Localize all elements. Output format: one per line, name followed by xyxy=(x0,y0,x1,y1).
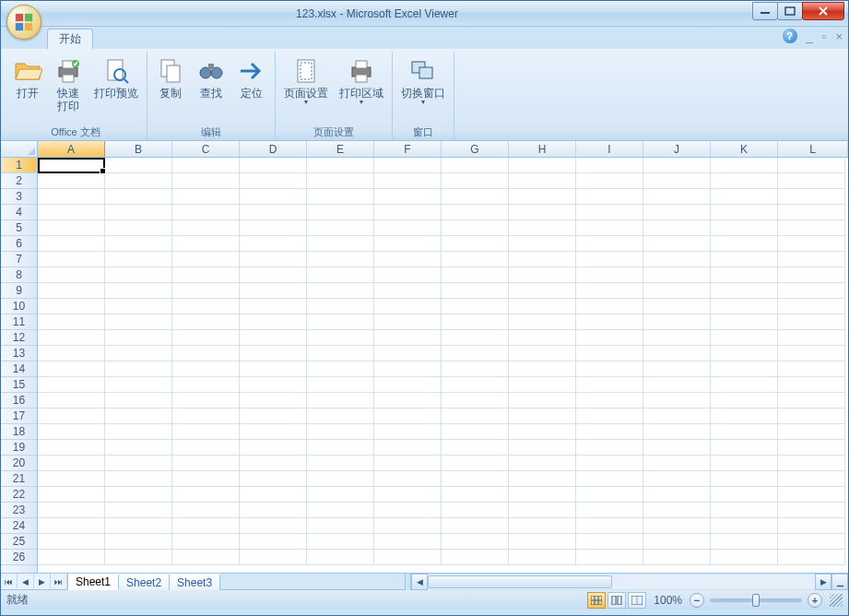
cell[interactable] xyxy=(711,424,778,440)
cell[interactable] xyxy=(442,236,509,252)
cell[interactable] xyxy=(509,158,576,173)
print-preview-button[interactable]: 打印预览 xyxy=(89,53,143,102)
cell[interactable] xyxy=(374,283,442,299)
cell[interactable] xyxy=(509,393,576,409)
cell[interactable] xyxy=(509,487,576,503)
cell[interactable] xyxy=(172,158,240,173)
cell[interactable] xyxy=(307,377,374,393)
cell[interactable] xyxy=(442,330,509,346)
cell[interactable] xyxy=(240,534,307,550)
cell[interactable] xyxy=(38,189,105,205)
cell[interactable] xyxy=(576,314,643,330)
cell[interactable] xyxy=(240,440,307,456)
row-header-23[interactable]: 23 xyxy=(1,503,37,518)
ribbon-close-icon[interactable]: × xyxy=(835,30,843,43)
cell[interactable] xyxy=(576,361,643,377)
cell[interactable] xyxy=(643,346,711,361)
cell[interactable] xyxy=(307,534,374,550)
cell[interactable] xyxy=(778,534,845,550)
cell[interactable] xyxy=(105,409,172,424)
cell[interactable] xyxy=(778,330,845,346)
cell[interactable] xyxy=(374,330,442,346)
cell[interactable] xyxy=(374,409,442,424)
cell-area[interactable] xyxy=(38,158,848,573)
row-header-3[interactable]: 3 xyxy=(1,189,37,205)
cell[interactable] xyxy=(374,189,442,205)
cell[interactable] xyxy=(105,236,172,252)
cell[interactable] xyxy=(711,361,778,377)
cell[interactable] xyxy=(442,205,509,220)
row-header-25[interactable]: 25 xyxy=(1,534,37,550)
cell[interactable] xyxy=(778,393,845,409)
cell[interactable] xyxy=(172,314,240,330)
cell[interactable] xyxy=(374,503,442,518)
cell[interactable] xyxy=(38,393,105,409)
cell[interactable] xyxy=(374,393,442,409)
cell[interactable] xyxy=(643,440,711,456)
cell[interactable] xyxy=(711,314,778,330)
cell[interactable] xyxy=(643,252,711,267)
cell[interactable] xyxy=(240,189,307,205)
column-header-H[interactable]: H xyxy=(509,141,576,157)
cell[interactable] xyxy=(778,220,845,236)
help-button[interactable]: ? xyxy=(783,29,797,43)
cell[interactable] xyxy=(307,487,374,503)
cell[interactable] xyxy=(576,283,643,299)
cell[interactable] xyxy=(576,456,643,471)
cell[interactable] xyxy=(172,518,240,534)
cell[interactable] xyxy=(643,189,711,205)
normal-view-button[interactable] xyxy=(587,592,606,609)
cell[interactable] xyxy=(374,518,442,534)
row-header-26[interactable]: 26 xyxy=(1,550,37,565)
cell[interactable] xyxy=(374,361,442,377)
cell[interactable] xyxy=(643,158,711,173)
sheet-tab-sheet2[interactable]: Sheet2 xyxy=(119,575,170,590)
cell[interactable] xyxy=(711,189,778,205)
cell[interactable] xyxy=(576,409,643,424)
cell[interactable] xyxy=(240,471,307,487)
first-sheet-button[interactable]: ⏮ xyxy=(1,574,18,590)
cell[interactable] xyxy=(38,534,105,550)
cell[interactable] xyxy=(105,393,172,409)
cell[interactable] xyxy=(643,377,711,393)
cell[interactable] xyxy=(643,393,711,409)
cell[interactable] xyxy=(711,205,778,220)
cell[interactable] xyxy=(307,346,374,361)
cell[interactable] xyxy=(509,471,576,487)
cell[interactable] xyxy=(442,456,509,471)
cell[interactable] xyxy=(711,456,778,471)
cell[interactable] xyxy=(509,440,576,456)
cell[interactable] xyxy=(509,299,576,314)
cell[interactable] xyxy=(778,456,845,471)
cell[interactable] xyxy=(778,267,845,283)
cell[interactable] xyxy=(442,550,509,565)
cell[interactable] xyxy=(711,409,778,424)
cell[interactable] xyxy=(711,267,778,283)
print-area-button[interactable]: 打印区域 ▾ xyxy=(335,53,388,108)
cell[interactable] xyxy=(442,377,509,393)
cell[interactable] xyxy=(38,314,105,330)
column-header-G[interactable]: G xyxy=(442,141,509,157)
cell[interactable] xyxy=(307,299,374,314)
cell[interactable] xyxy=(374,314,442,330)
row-header-6[interactable]: 6 xyxy=(1,236,37,252)
cell[interactable] xyxy=(442,487,509,503)
cell[interactable] xyxy=(374,440,442,456)
cell[interactable] xyxy=(643,173,711,189)
cell[interactable] xyxy=(442,518,509,534)
cell[interactable] xyxy=(509,550,576,565)
page-layout-view-button[interactable] xyxy=(607,592,626,609)
cell[interactable] xyxy=(778,252,845,267)
cell[interactable] xyxy=(374,158,442,173)
cell[interactable] xyxy=(240,456,307,471)
cell[interactable] xyxy=(38,424,105,440)
cell[interactable] xyxy=(711,236,778,252)
cell[interactable] xyxy=(442,440,509,456)
cell[interactable] xyxy=(38,173,105,189)
cell[interactable] xyxy=(240,330,307,346)
close-button[interactable] xyxy=(802,2,844,20)
cell[interactable] xyxy=(105,330,172,346)
cell[interactable] xyxy=(172,252,240,267)
tab-start[interactable]: 开始 xyxy=(47,29,93,49)
cell[interactable] xyxy=(307,205,374,220)
